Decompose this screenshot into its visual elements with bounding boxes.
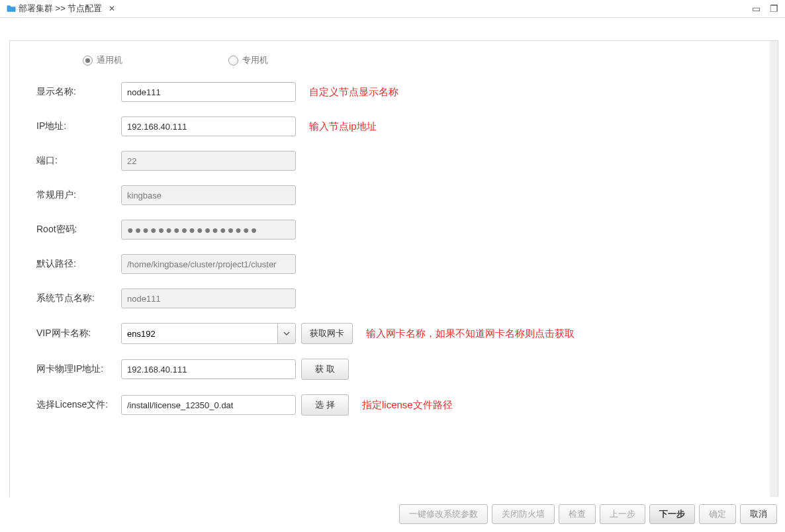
label-ip: IP地址: [36,120,121,132]
hint-license: 指定license文件路径 [362,399,453,412]
label-user: 常规用户: [36,189,121,201]
hint-display-name: 自定义节点显示名称 [309,86,398,99]
choose-license-button[interactable]: 选 择 [301,394,349,416]
get-nic-button[interactable]: 获取网卡 [301,323,353,344]
license-input[interactable] [121,395,296,415]
machine-type-group: 通用机 专用机 [83,54,751,66]
hint-ip: 输入节点ip地址 [309,120,377,133]
user-input [121,185,296,205]
get-ip-button[interactable]: 获 取 [301,359,349,380]
label-nic-ip: 网卡物理IP地址: [36,363,121,375]
radio-general-label: 通用机 [97,54,122,66]
footer-buttons: 一键修改系统参数 关闭防火墙 检查 上一步 下一步 确定 取消 [399,504,777,524]
folder-icon [7,4,16,13]
cancel-button[interactable]: 取消 [740,504,777,524]
hint-vip-nic: 输入网卡名称，如果不知道网卡名称则点击获取 [366,328,575,340]
port-input [121,151,296,171]
sys-node-input [121,288,296,308]
radio-unselected-icon [228,56,238,66]
prev-button[interactable]: 上一步 [600,504,645,524]
ok-button[interactable]: 确定 [699,504,736,524]
close-icon[interactable]: ✕ [109,4,115,13]
modify-params-button[interactable]: 一键修改系统参数 [399,504,488,524]
nic-ip-input[interactable] [121,359,296,379]
radio-general[interactable]: 通用机 [83,54,122,66]
window-controls: ▭ ❐ [752,3,785,14]
radio-special[interactable]: 专用机 [228,54,268,66]
label-port: 端口: [36,155,121,167]
tab-node-config[interactable]: 部署集群 >> 节点配置 ✕ [3,1,119,16]
label-default-path: 默认路径: [36,258,121,270]
next-button[interactable]: 下一步 [649,504,695,524]
label-display-name: 显示名称: [36,86,121,98]
maximize-icon[interactable]: ❐ [770,3,778,14]
minimize-icon[interactable]: ▭ [752,3,761,14]
tab-title: 部署集群 >> 节点配置 [19,3,102,15]
label-root-password: Root密码: [36,224,121,236]
tab-strip: 部署集群 >> 节点配置 ✕ ▭ ❐ [0,0,785,18]
vip-nic-combo[interactable] [121,323,296,344]
check-button[interactable]: 检查 [559,504,596,524]
label-sys-node: 系统节点名称: [36,292,121,304]
close-firewall-button[interactable]: 关闭防火墙 [492,504,555,524]
ip-input[interactable] [121,116,296,136]
label-license: 选择License文件: [36,399,121,411]
radio-special-label: 专用机 [242,54,268,66]
chevron-down-icon[interactable] [277,324,295,343]
label-vip-nic: VIP网卡名称: [36,328,121,339]
display-name-input[interactable] [121,82,296,102]
radio-selected-icon [83,56,93,66]
vip-nic-input[interactable] [122,324,277,343]
default-path-input [121,254,296,274]
root-password-input[interactable]: ●●●●●●●●●●●●●●●●● [121,220,296,240]
form-panel: 通用机 专用机 显示名称: 自定义节点显示名称 IP地址: 输入节点ip地址 端… [9,40,778,497]
